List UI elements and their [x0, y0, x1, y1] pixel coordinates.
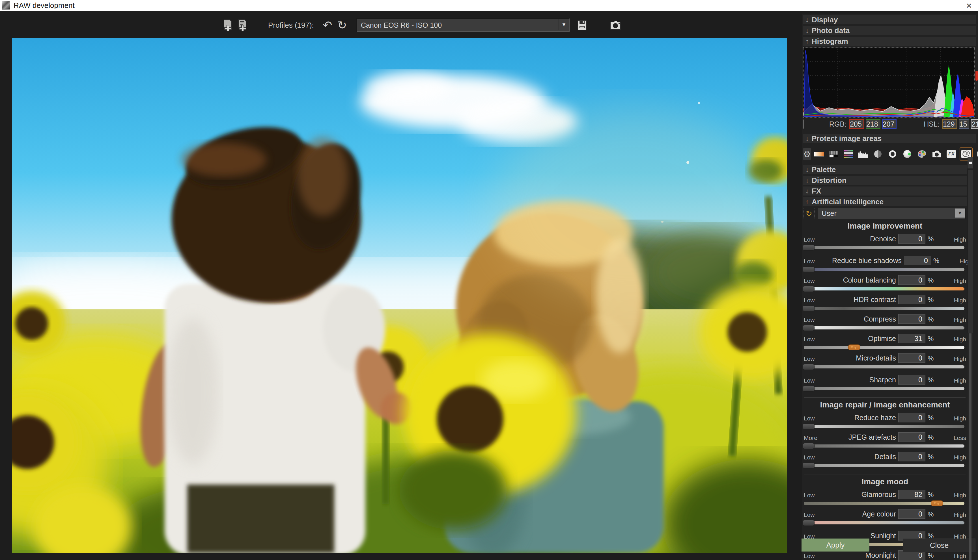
slider-track[interactable]: [804, 268, 965, 271]
slider-thumb[interactable]: [802, 463, 814, 468]
percent-sign: %: [925, 315, 938, 324]
slider-track[interactable]: [804, 445, 965, 448]
reduce-haze-value-input[interactable]: 0: [898, 413, 925, 422]
slider-track[interactable]: [804, 287, 965, 290]
section-distortion[interactable]: ↓Distortion: [803, 176, 967, 185]
details-value-input[interactable]: 0: [898, 452, 925, 462]
slider-track[interactable]: [804, 346, 965, 349]
slider-sections: Image improvementLowDenoise0%HighLowRedu…: [803, 222, 967, 560]
lens-tool-icon[interactable]: [886, 147, 899, 160]
hdr-contrast-value-input[interactable]: 0: [898, 295, 925, 304]
micro-details-value-input[interactable]: 0: [898, 353, 925, 363]
slider-min-label: More: [804, 435, 832, 442]
chevron-down-icon[interactable]: ▼: [955, 208, 965, 218]
slider-track[interactable]: [804, 365, 965, 368]
mid-sections: ↓Palette↓Distortion↓FX↑Artificial intell…: [803, 165, 967, 206]
exposure-tool-icon[interactable]: [812, 147, 826, 160]
slider-thumb[interactable]: [802, 267, 814, 272]
title-bar: RAW development ×: [0, 0, 978, 11]
slider-thumb[interactable]: [802, 423, 814, 430]
add-profile-icon[interactable]: [221, 18, 235, 32]
photo-children-sunflower-field: [12, 38, 787, 553]
apply-button[interactable]: Apply: [801, 538, 869, 552]
lighting-tool-icon[interactable]: [901, 147, 914, 160]
slider-max-label: High: [938, 553, 966, 560]
section-artificial-intelligence[interactable]: ↑Artificial intelligence: [803, 197, 967, 206]
slider-min-label: Low: [804, 317, 832, 324]
contrast-tool-icon[interactable]: [871, 147, 884, 160]
percent-sign: %: [925, 276, 938, 285]
slider-track[interactable]: [804, 387, 965, 390]
panel-scrollbar[interactable]: [968, 157, 973, 537]
slider-thumb[interactable]: [802, 443, 814, 449]
slider-thumb[interactable]: [802, 520, 814, 526]
add-profile-settings-icon[interactable]: [235, 18, 250, 32]
section-histogram[interactable]: ↑Histogram: [803, 37, 976, 46]
slider-thumb[interactable]: [931, 500, 943, 506]
age-colour-value-input[interactable]: 0: [898, 509, 925, 519]
slider-thumb[interactable]: [802, 325, 814, 331]
slider-track[interactable]: [804, 521, 965, 524]
fx-tool-icon[interactable]: FX: [945, 147, 958, 160]
slider-max-label: High: [938, 277, 966, 285]
denoise-value-input[interactable]: 0: [898, 234, 925, 243]
slider-thumb[interactable]: [848, 344, 860, 350]
section-fx[interactable]: ↓FX: [803, 187, 967, 195]
refresh-preset-icon[interactable]: ↻: [803, 208, 814, 219]
colour-balancing-value-input[interactable]: 0: [898, 275, 925, 285]
percent-sign: %: [925, 491, 938, 499]
glamorous-value-input[interactable]: 82: [898, 490, 925, 499]
slider-thumb[interactable]: [802, 386, 814, 392]
scrollbar-track[interactable]: [969, 333, 971, 560]
camera-tool-icon[interactable]: [930, 147, 943, 160]
section-photo-data[interactable]: ↓Photo data: [803, 26, 976, 35]
profile-select-value: Canon EOS R6 - ISO 100: [361, 21, 442, 29]
gear-icon[interactable]: ⚙: [803, 148, 811, 160]
slider-thumb[interactable]: [802, 286, 814, 292]
close-button[interactable]: Close: [903, 538, 975, 552]
slider-max-label: High: [938, 492, 966, 499]
compress-value-input[interactable]: 0: [898, 314, 925, 324]
slider-min-label: Low: [804, 336, 832, 343]
undo-button[interactable]: ↶: [320, 18, 335, 32]
ai-preset-select[interactable]: User ▼: [818, 208, 966, 219]
sharpen-value-input[interactable]: 0: [898, 375, 925, 385]
reduce-blue-shadows-value-input[interactable]: 0: [904, 256, 931, 265]
section-display[interactable]: ↓Display: [803, 15, 976, 24]
app-icon: [2, 1, 10, 10]
scroll-up-button[interactable]: [968, 157, 973, 168]
slider-thumb[interactable]: [802, 305, 814, 312]
close-window-button[interactable]: ×: [966, 0, 972, 11]
perspective-tool-icon[interactable]: [974, 147, 978, 160]
palette-tool-icon[interactable]: [916, 147, 928, 160]
jpeg-artefacts-value-input[interactable]: 0: [898, 432, 925, 442]
slider-track[interactable]: [804, 307, 965, 310]
slider-details: LowDetails0%High: [803, 452, 967, 469]
section-protect-image-areas[interactable]: ↓ Protect image areas: [803, 134, 976, 143]
slider-thumb[interactable]: [802, 245, 814, 251]
slider-age-colour: LowAge colour0%High: [803, 509, 967, 526]
histogram-tool-icon[interactable]: [857, 147, 870, 160]
channels-tool-icon[interactable]: [842, 147, 855, 160]
snapshot-icon[interactable]: [608, 18, 623, 32]
slider-track[interactable]: [804, 246, 965, 249]
chevron-down-icon[interactable]: ▼: [558, 19, 569, 30]
save-profile-icon[interactable]: [575, 18, 589, 32]
collapse-arrow-icon: ↓: [806, 27, 809, 35]
optimise-value-input[interactable]: 31: [898, 334, 925, 343]
scrollbar-thumb[interactable]: [968, 170, 973, 333]
profile-select[interactable]: Canon EOS R6 - ISO 100 ▼: [356, 18, 570, 32]
slider-max-label: High: [938, 317, 966, 324]
slider-track[interactable]: [804, 326, 965, 330]
slider-track[interactable]: [804, 425, 965, 428]
slider-thumb[interactable]: [802, 364, 814, 370]
section-label: Distortion: [812, 176, 846, 185]
section-palette[interactable]: ↓Palette: [803, 165, 967, 174]
redo-button[interactable]: ↻: [335, 18, 349, 32]
slider-max-label: High: [938, 512, 966, 519]
percent-sign: %: [925, 510, 938, 519]
slider-group-title-image-repair-image-enhancement: Image repair / image enhancement: [803, 400, 967, 409]
denoise-tool-icon[interactable]: [827, 147, 840, 160]
slider-track[interactable]: [804, 464, 965, 467]
profiles-label: Profiles (197):: [268, 21, 314, 30]
